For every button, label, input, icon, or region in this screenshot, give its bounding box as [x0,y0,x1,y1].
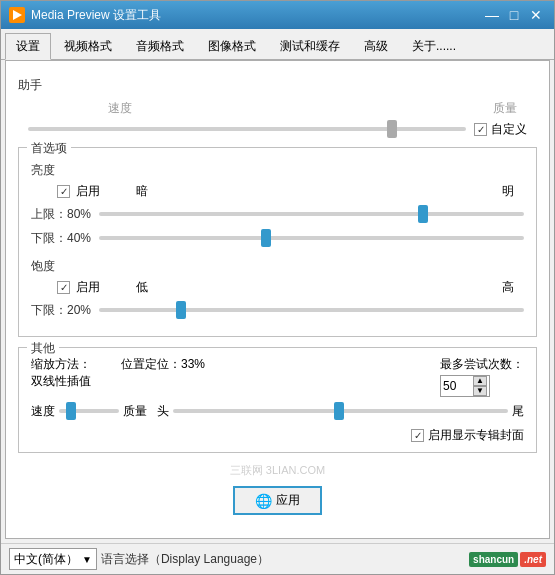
preference-section: 首选项 亮度 启用 暗 明 上限：80% [18,147,537,337]
brightness-upper-row: 上限：80% [31,204,524,224]
other-tail-label: 尾 [512,403,524,420]
bottom-bar: 中文(简体） ▼ 语言选择（Display Language） shancun … [1,543,554,574]
scale-method-value: 双线性插值 [31,373,91,390]
album-cover-label: 启用显示专辑封面 [428,427,524,444]
bright-label: 明 [502,183,514,200]
shancun-logo: shancun .net [469,552,546,567]
tab-audio[interactable]: 音频格式 [125,33,195,59]
tab-bar: 设置 视频格式 音频格式 图像格式 测试和缓存 高级 关于...... [1,29,554,60]
other-speed-label: 速度 [31,403,55,420]
lang-value: 中文(简体） [14,551,78,568]
saturation-high-label: 高 [502,279,514,296]
max-tries-spinbox[interactable]: 50 ▲ ▼ [440,375,490,397]
tab-test[interactable]: 测试和缓存 [269,33,351,59]
spinbox-up[interactable]: ▲ [473,376,487,386]
brightness-upper-label: 上限：80% [31,206,91,223]
apply-label: 应用 [276,492,300,509]
tab-image[interactable]: 图像格式 [197,33,267,59]
saturation-enable-label: 启用 [76,279,100,296]
content-area: 助手 速度 质量 自定义 [5,60,550,539]
saturation-section: 饱度 启用 低 高 下限：20% [31,258,524,320]
maximize-button[interactable]: □ [504,5,524,25]
tab-settings[interactable]: 设置 [5,33,51,60]
brightness-enable-checkbox[interactable] [57,185,70,198]
dropdown-arrow-icon: ▼ [82,554,92,565]
brightness-enable-row: 启用 暗 明 [31,183,524,200]
album-cover-checkbox[interactable] [411,429,424,442]
helper-title: 助手 [18,77,537,94]
scale-method-label: 缩放方法： [31,356,91,373]
brightness-title: 亮度 [31,162,524,179]
other-label: 其他 [27,340,59,357]
helper-quality-label: 质量 [493,100,517,117]
other-quality-label: 质量 [123,403,147,420]
dark-label: 暗 [136,183,148,200]
watermark-text: 三联网 3LIAN.COM [18,463,537,478]
position-label: 位置定位：33% [121,356,205,373]
window-controls: — □ ✕ [482,5,546,25]
spinbox-down[interactable]: ▼ [473,386,487,396]
window-title: Media Preview 设置工具 [31,7,482,24]
tab-about[interactable]: 关于...... [401,33,467,59]
apply-button[interactable]: 🌐 应用 [233,486,322,515]
saturation-title: 饱度 [31,258,524,275]
language-select[interactable]: 中文(简体） ▼ [9,548,97,570]
scale-method-group: 缩放方法： 双线性插值 [31,356,91,390]
saturation-enable-checkbox[interactable] [57,281,70,294]
close-button[interactable]: ✕ [526,5,546,25]
position-group: 位置定位：33% [121,356,205,373]
brightness-lower-row: 下限：40% [31,228,524,248]
max-tries-label: 最多尝试次数： [440,356,524,373]
saturation-lower-label: 下限：20% [31,302,91,319]
minimize-button[interactable]: — [482,5,502,25]
tab-video[interactable]: 视频格式 [53,33,123,59]
spinbox-arrows: ▲ ▼ [473,376,487,396]
saturation-low-label: 低 [136,279,148,296]
max-tries-group: 最多尝试次数： 50 ▲ ▼ [440,356,524,397]
title-bar: Media Preview 设置工具 — □ ✕ [1,1,554,29]
helper-speed-label: 速度 [108,100,132,117]
other-section: 其他 缩放方法： 双线性插值 位置定位：33% 最多尝试次数： 50 [18,347,537,453]
apply-icon: 🌐 [255,493,272,509]
custom-label: 自定义 [491,121,527,138]
brightness-enable-label: 启用 [76,183,100,200]
saturation-lower-row: 下限：20% [31,300,524,320]
max-tries-value: 50 [443,379,473,393]
helper-section: 助手 速度 质量 自定义 [18,73,537,147]
app-icon [9,7,25,23]
main-window: Media Preview 设置工具 — □ ✕ 设置 视频格式 音频格式 图像… [0,0,555,575]
lang-label: 语言选择（Display Language） [101,551,269,568]
apply-row: 🌐 应用 [18,486,537,515]
preference-label: 首选项 [27,140,71,157]
custom-checkbox[interactable] [474,123,487,136]
tab-advanced[interactable]: 高级 [353,33,399,59]
brightness-section: 亮度 启用 暗 明 上限：80% [31,162,524,248]
brightness-lower-label: 下限：40% [31,230,91,247]
saturation-enable-row: 启用 低 高 [31,279,524,296]
other-head-label: 头 [157,403,169,420]
